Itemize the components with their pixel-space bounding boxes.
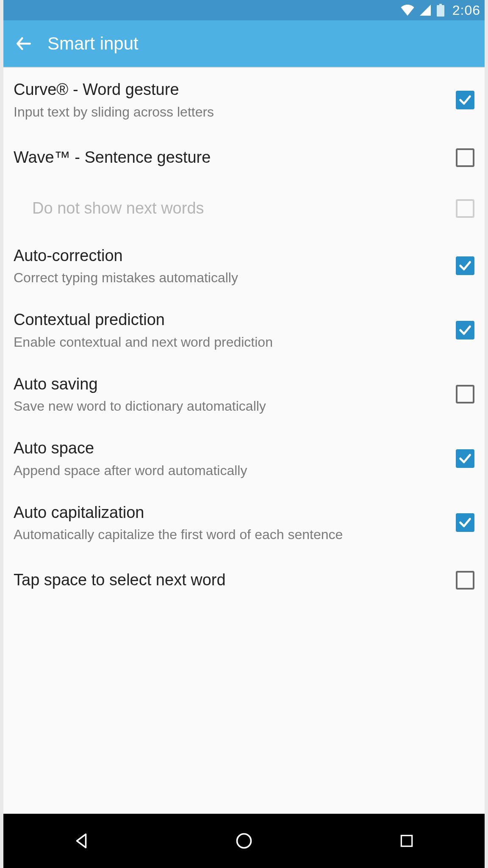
svg-rect-3 — [401, 835, 412, 846]
setting-checkbox[interactable] — [456, 571, 474, 590]
settings-list: Curve® - Word gestureInput text by slidi… — [0, 68, 488, 814]
battery-icon — [436, 4, 445, 17]
svg-point-2 — [237, 834, 251, 848]
cellular-icon — [419, 5, 431, 16]
setting-checkbox[interactable] — [456, 256, 474, 275]
setting-subtitle: Correct typing mistakes automatically — [14, 269, 446, 286]
setting-subtitle: Automatically capitalize the first word … — [14, 526, 446, 543]
nav-recent-button[interactable] — [381, 824, 432, 858]
navigation-bar — [0, 814, 488, 868]
setting-row[interactable]: Tap space to select next word — [0, 555, 488, 606]
setting-checkbox[interactable] — [456, 449, 474, 468]
setting-row[interactable]: Auto savingSave new word to dictionary a… — [0, 362, 488, 427]
setting-subtitle: Enable contextual and next word predicti… — [14, 334, 446, 351]
setting-title: Curve® - Word gesture — [14, 80, 446, 100]
setting-title: Auto saving — [14, 374, 446, 395]
page-title: Smart input — [47, 33, 139, 54]
svg-rect-1 — [439, 4, 442, 6]
nav-home-button[interactable] — [219, 824, 269, 858]
setting-title: Auto-correction — [14, 246, 446, 266]
setting-title: Auto space — [14, 438, 446, 459]
status-bar: 2:06 — [0, 0, 488, 20]
setting-title: Auto capitalization — [14, 503, 446, 523]
setting-subtitle: Append space after word automatically — [14, 462, 446, 479]
setting-row[interactable]: Auto capitalizationAutomatically capital… — [0, 491, 488, 555]
setting-title: Tap space to select next word — [14, 570, 446, 590]
setting-checkbox[interactable] — [456, 513, 474, 532]
wifi-icon — [401, 5, 414, 16]
clock: 2:06 — [452, 3, 480, 18]
setting-title: Wave™ - Sentence gesture — [14, 147, 446, 168]
svg-rect-0 — [437, 5, 444, 17]
setting-checkbox — [456, 199, 474, 218]
setting-checkbox[interactable] — [456, 321, 474, 339]
setting-checkbox[interactable] — [456, 91, 474, 109]
setting-checkbox[interactable] — [456, 148, 474, 167]
setting-title: Contextual prediction — [14, 310, 446, 330]
setting-row[interactable]: Curve® - Word gestureInput text by slidi… — [0, 68, 488, 132]
setting-subtitle: Save new word to dictionary automaticall… — [14, 398, 446, 415]
setting-row: Do not show next words — [0, 183, 488, 234]
nav-back-button[interactable] — [56, 824, 107, 858]
setting-row[interactable]: Wave™ - Sentence gesture — [0, 132, 488, 183]
app-bar: Smart input — [0, 20, 488, 68]
setting-subtitle: Input text by sliding across letters — [14, 103, 446, 120]
back-button[interactable] — [10, 30, 37, 57]
setting-title: Do not show next words — [32, 198, 446, 219]
setting-checkbox[interactable] — [456, 385, 474, 403]
setting-row[interactable]: Contextual predictionEnable contextual a… — [0, 298, 488, 362]
setting-row[interactable]: Auto-correctionCorrect typing mistakes a… — [0, 234, 488, 298]
setting-row[interactable]: Auto spaceAppend space after word automa… — [0, 426, 488, 491]
